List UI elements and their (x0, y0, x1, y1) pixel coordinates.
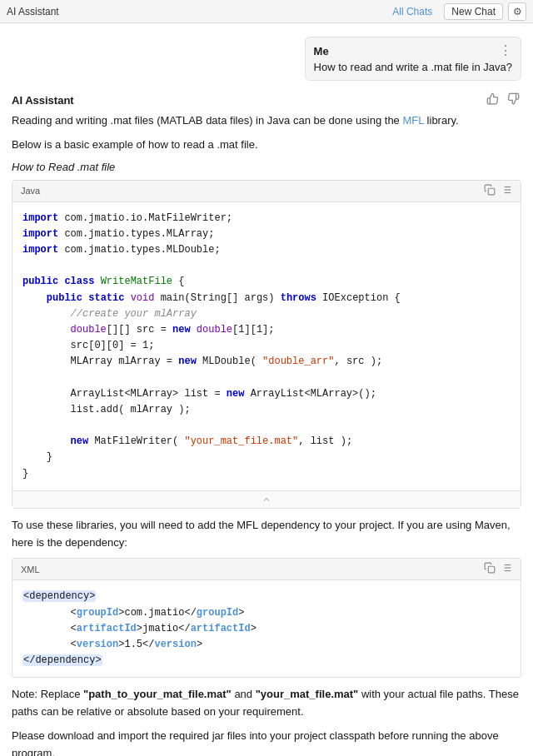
thumbs-up-button[interactable] (485, 92, 501, 107)
svg-rect-0 (488, 188, 495, 195)
topbar: AI Assistant All Chats New Chat ⚙ (0, 0, 533, 23)
xml-lang-label: XML (21, 565, 40, 574)
all-chats-link[interactable]: All Chats (386, 4, 439, 19)
new-chat-button[interactable]: New Chat (444, 3, 503, 20)
me-label: Me (314, 45, 329, 57)
ai-intro2: Below is a basic example of how to read … (12, 137, 521, 154)
more-options-icon[interactable]: ⋮ (499, 44, 512, 57)
ai-response: AI Assistant Reading and writing .mat fi… (12, 92, 521, 756)
java-code-body: import com.jmatio.io.MatFileWriter; impo… (12, 202, 521, 490)
svg-rect-7 (488, 567, 495, 574)
expand-xml-button[interactable] (501, 562, 512, 576)
ai-name: AI Assistant (12, 94, 74, 107)
note1: Note: Replace "path_to_your_mat_file.mat… (12, 686, 521, 721)
copy-code-button[interactable] (484, 184, 496, 198)
ai-intro1: Reading and writing .mat files (MATLAB d… (12, 112, 521, 130)
dependency-text: To use these libraries, you will need to… (12, 517, 521, 552)
thumbs-down-button[interactable] (506, 92, 521, 107)
xml-code-header: XML (12, 559, 521, 580)
me-bubble: Me ⋮ How to read and write a .mat file i… (305, 37, 521, 81)
java-lang-label: Java (21, 186, 40, 196)
ai-action-buttons (485, 92, 521, 107)
copy-xml-button[interactable] (484, 562, 496, 576)
gear-icon: ⚙ (513, 6, 522, 17)
code-block-header: Java (12, 181, 521, 202)
expand-code-button[interactable] (501, 184, 512, 198)
me-message: Me ⋮ How to read and write a .mat file i… (12, 37, 521, 81)
user-question: How to read and write a .mat file in Jav… (314, 61, 512, 73)
section-title: How to Read .mat file (12, 161, 521, 173)
app-title: AI Assistant (7, 6, 381, 17)
xml-code-body: <dependency> <groupId>com.jmatio</groupI… (12, 580, 521, 677)
chat-area: Me ⋮ How to read and write a .mat file i… (0, 23, 533, 756)
settings-button[interactable]: ⚙ (508, 2, 526, 21)
java-code-block: Java import com.jmatio.io.MatFileWriter;… (12, 180, 521, 509)
mfl-link[interactable]: MFL (402, 114, 424, 127)
note2: Please download and import the required … (12, 728, 521, 756)
collapse-code-button[interactable] (12, 490, 521, 508)
xml-code-block: XML <dependency> <groupId>com.jmatio</gr… (12, 558, 521, 678)
